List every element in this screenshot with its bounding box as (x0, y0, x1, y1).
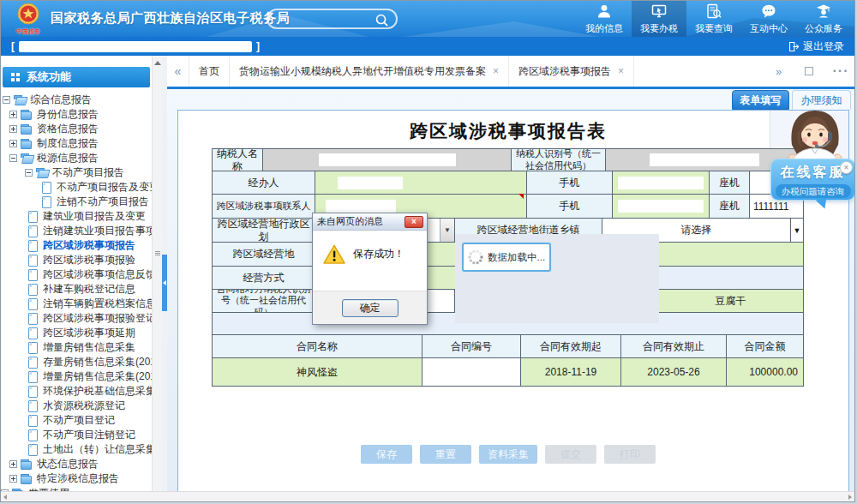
sidebar-item-label: 跨区域涉税事项延期 (43, 326, 135, 340)
nav-public-service[interactable]: 公众服务 (796, 1, 851, 37)
sidebar-item[interactable]: 税源信息报告 (1, 151, 152, 165)
sidebar: 系统功能 综合信息报告 身份信息报告 资格信息报告 (1, 56, 152, 495)
scroll-up-icon[interactable] (154, 61, 161, 65)
contract-start-header: 合同有效期起 (521, 335, 621, 358)
redacted-value (650, 153, 759, 166)
tab-close-icon[interactable]: × (493, 65, 499, 77)
sidebar-item[interactable]: 不动产项目登记 (1, 413, 152, 428)
taxpayer-bar: [] 退出登录 (1, 37, 854, 56)
sidebar-item[interactable]: 注销建筑业项目报告事项 (1, 224, 152, 238)
tree-node-icon (27, 415, 39, 426)
scrollbar-grip[interactable] (155, 251, 160, 252)
sidebar-item[interactable]: 水资源税税源登记 (1, 399, 152, 413)
tab-cross-region-report[interactable]: 跨区域涉税事项报告 × (509, 56, 634, 87)
sidebar-item[interactable]: 综合信息报告 (1, 93, 152, 107)
tree-expander-icon[interactable] (3, 96, 10, 104)
reset-button[interactable]: 重置 (420, 445, 471, 464)
mobile-label: 手机 (527, 195, 613, 219)
sidebar-item[interactable]: 不动产项目注销登记 (1, 428, 152, 442)
sidebar-item[interactable]: 跨区域涉税事项延期 (1, 326, 152, 340)
contact-mobile-field[interactable] (613, 195, 710, 219)
tab-home[interactable]: 首页 (189, 56, 230, 87)
sidebar-item[interactable]: 跨区域涉税事项报告 (1, 238, 152, 253)
sidebar-item[interactable]: 存量房销售信息采集(2016) (1, 355, 152, 369)
tree-expander-icon[interactable] (9, 111, 17, 118)
nav-interaction[interactable]: 互动中心 (741, 1, 796, 37)
tab-freight-invoice-filing[interactable]: 货物运输业小规模纳税人异地代开增值税专用发票备案 × (230, 56, 509, 87)
tree-node-icon (27, 298, 39, 309)
browser-window: 中国税务 国家税务总局广西壮族自治区电子税务局 我的信息 我要办税 (0, 0, 855, 502)
sidebar-item[interactable]: 注销车辆购置税档案信息 (1, 297, 152, 311)
nav-my-info[interactable]: 我的信息 (577, 1, 632, 37)
sidebar-item[interactable]: 资格信息报告 (1, 122, 152, 136)
horizontal-scrollbar[interactable] (1, 491, 854, 501)
tree-expander-icon[interactable] (9, 140, 17, 147)
save-button[interactable]: 保存 (361, 445, 412, 464)
tree-expander-icon[interactable] (25, 169, 33, 177)
submit-button[interactable]: 提交 (545, 445, 596, 464)
dialog-body: 保存成功！ (313, 231, 427, 271)
contract-no-cell[interactable] (423, 358, 521, 387)
sidebar-item[interactable]: 增量房销售信息采集 (1, 340, 152, 355)
contact-label: 跨区域涉税事项联系人 (213, 195, 315, 219)
sidebar-item[interactable]: 土地出（转）让信息采集 (1, 442, 152, 457)
search-box[interactable] (267, 9, 398, 29)
contract-end-cell[interactable]: 2023-05-26 (621, 358, 727, 387)
logout-icon (788, 41, 800, 52)
collect-data-button[interactable]: 资料采集 (479, 445, 537, 464)
sidebar-item[interactable]: 不动产项目报告 (1, 165, 152, 180)
sidebar-item[interactable]: 增量房销售信息采集(2016) (1, 369, 152, 384)
more-tabs-icon[interactable]: ··· (825, 63, 855, 79)
scroll-left-icon[interactable] (3, 495, 7, 500)
tab-close-icon[interactable]: × (618, 65, 624, 77)
sidebar-item[interactable]: 注销不动产项目报告 (1, 195, 152, 209)
tree-node-icon (21, 473, 33, 484)
print-button[interactable]: 打印 (604, 445, 656, 464)
scroll-right-icon[interactable] (848, 495, 852, 500)
agent-mobile-field[interactable] (613, 171, 710, 195)
tree-expander-icon[interactable] (9, 125, 17, 133)
sidebar-item[interactable]: 建筑业项目报告及变更 (1, 209, 152, 224)
contract-start-cell[interactable]: 2018-11-19 (521, 358, 621, 387)
contract-name-cell[interactable]: 神风怪盗 (213, 358, 423, 387)
sidebar-item[interactable]: 身份信息报告 (1, 107, 152, 122)
sidebar-item-label: 身份信息报告 (37, 107, 99, 122)
tree-expander-icon[interactable] (9, 154, 17, 162)
sidebar-item[interactable]: 跨区域涉税事项报验登记缴销 (1, 311, 152, 326)
nav-query[interactable]: 我要查询 (686, 1, 741, 37)
counterparty-name-field[interactable]: 豆腐干 (658, 290, 804, 313)
tree-node-icon (27, 386, 39, 397)
sidebar-item[interactable]: 补建车购税登记信息 (1, 282, 152, 297)
ok-button[interactable]: 确定 (342, 299, 399, 317)
dialog-close-icon[interactable]: × (405, 216, 423, 228)
sidebar-item-label: 增量房销售信息采集(2016) (43, 369, 152, 384)
tree-node-icon (21, 109, 33, 120)
agent-field[interactable] (315, 171, 527, 195)
contract-amount-cell[interactable]: 100000.00 (727, 358, 804, 387)
tabs-collapse-button[interactable]: « (167, 56, 189, 87)
app-title: 国家税务总局广西壮族自治区电子税务局 (51, 1, 290, 37)
sidebar-item[interactable]: 特定涉税信息报告 (1, 471, 152, 486)
dropdown-arrow-icon[interactable]: ▼ (440, 219, 454, 242)
sidebar-scrollbar[interactable] (152, 56, 162, 495)
nav-label: 我要办税 (640, 22, 678, 35)
logout-button[interactable]: 退出登录 (788, 37, 844, 56)
tree-expander-icon[interactable] (9, 460, 17, 468)
contract-amount-header: 合同金额 (727, 335, 804, 358)
landline-label: 座机 (710, 171, 750, 195)
sidebar-item-label: 资格信息报告 (37, 122, 99, 136)
sidebar-item[interactable]: 跨区域涉税事项信息反馈事项 (1, 267, 152, 282)
sidebar-item[interactable]: 跨区域涉税事项报验 (1, 253, 152, 267)
tabs-expand-button[interactable]: » (764, 65, 793, 78)
sidebar-item[interactable]: 制度信息报告 (1, 136, 152, 151)
mobile-label: 手机 (527, 171, 613, 195)
nav-do-tax[interactable]: 我要办税 (632, 1, 686, 37)
dropdown-arrow-icon[interactable]: ▼ (790, 219, 803, 242)
maximize-icon[interactable] (805, 67, 813, 75)
sidebar-item[interactable]: 状态信息报告 (1, 457, 152, 471)
contract-end-header: 合同有效期止 (621, 335, 727, 358)
tree-expander-icon[interactable] (9, 475, 17, 483)
sidebar-item[interactable]: 环境保护税基础信息采集 (1, 384, 152, 399)
sidebar-item[interactable]: 不动产项目报告及变更 (1, 180, 152, 195)
service-close-icon[interactable]: × (840, 161, 853, 174)
